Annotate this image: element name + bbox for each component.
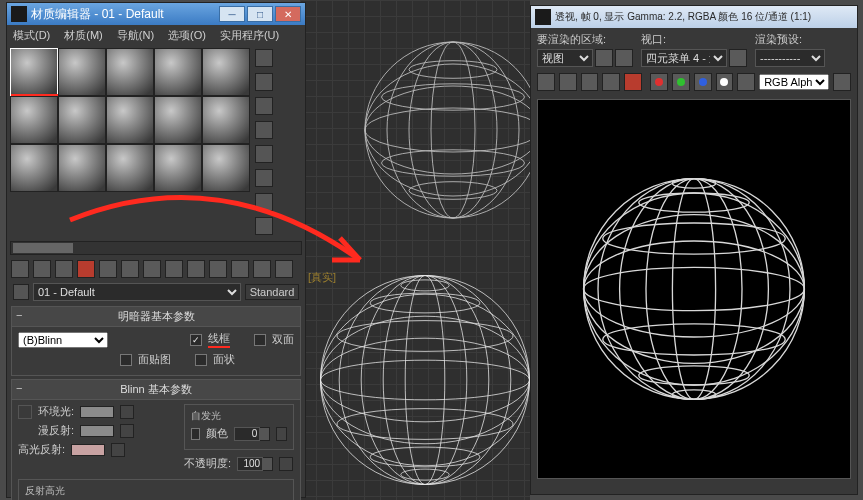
maximize-button[interactable]: □ — [247, 6, 273, 22]
auto-region-icon[interactable] — [615, 49, 633, 67]
material-editor-window: 材质编辑器 - 01 - Default ─ □ ✕ 模式(D) 材质(M) 导… — [6, 2, 306, 498]
menu-nav[interactable]: 导航(N) — [117, 28, 154, 43]
mono-icon[interactable] — [737, 73, 755, 91]
mat-id-icon[interactable] — [165, 260, 183, 278]
preset-label: 渲染预设: — [755, 32, 825, 47]
sample-type-icon[interactable] — [255, 49, 273, 67]
clone-fb-icon[interactable] — [581, 73, 599, 91]
area-select[interactable]: 视图 — [537, 49, 593, 67]
svg-point-38 — [639, 366, 749, 385]
assign-to-sel-icon[interactable] — [55, 260, 73, 278]
lock-ambient-icon[interactable] — [18, 405, 32, 419]
channel-green-icon[interactable] — [672, 73, 690, 91]
app-icon — [535, 9, 551, 25]
diffuse-map-button[interactable] — [120, 424, 134, 438]
material-slot[interactable] — [202, 144, 250, 192]
channel-blue-icon[interactable] — [694, 73, 712, 91]
minimize-button[interactable]: ─ — [219, 6, 245, 22]
material-slot[interactable] — [58, 48, 106, 96]
material-slot[interactable] — [10, 96, 58, 144]
specular-label: 高光反射: — [18, 442, 65, 457]
render-frame-window: 透视, 帧 0, 显示 Gamma: 2.2, RGBA 颜色 16 位/通道 … — [530, 5, 858, 495]
clear-icon[interactable] — [624, 73, 642, 91]
mat-editor-titlebar[interactable]: 材质编辑器 - 01 - Default ─ □ ✕ — [7, 3, 305, 25]
rendered-wire-sphere — [574, 169, 814, 409]
opacity-input[interactable] — [237, 457, 263, 471]
rollup-header[interactable]: −明暗器基本参数 — [12, 307, 300, 327]
video-check-icon[interactable] — [255, 145, 273, 163]
faceted-checkbox[interactable] — [195, 354, 207, 366]
scrollbar-thumb[interactable] — [13, 243, 73, 253]
wire-checkbox[interactable] — [190, 334, 202, 346]
material-slot[interactable] — [154, 144, 202, 192]
make-unique-icon[interactable] — [121, 260, 139, 278]
show-end-icon[interactable] — [209, 260, 227, 278]
material-slot[interactable] — [58, 144, 106, 192]
material-slot[interactable] — [58, 96, 106, 144]
viewport-select[interactable]: 四元菜单 4 - 透 — [641, 49, 727, 67]
spinner-arrows[interactable] — [263, 457, 273, 471]
mat-side-toolbar — [253, 45, 275, 239]
channel-red-icon[interactable] — [650, 73, 668, 91]
material-name-select[interactable]: 01 - Default — [33, 283, 241, 301]
diffuse-swatch[interactable] — [80, 425, 114, 437]
options-icon[interactable] — [255, 193, 273, 211]
menu-mode[interactable]: 模式(D) — [13, 28, 50, 43]
render-output[interactable] — [537, 99, 851, 479]
facemap-checkbox[interactable] — [120, 354, 132, 366]
ambient-swatch[interactable] — [80, 406, 114, 418]
spinner-arrows[interactable] — [260, 427, 270, 441]
slot-scrollbar[interactable] — [10, 241, 302, 255]
render-titlebar[interactable]: 透视, 帧 0, 显示 Gamma: 2.2, RGBA 颜色 16 位/通道 … — [531, 6, 857, 28]
copy-image-icon[interactable] — [559, 73, 577, 91]
channel-dropdown-icon[interactable] — [833, 73, 851, 91]
select-by-mat-icon[interactable] — [255, 217, 273, 235]
save-image-icon[interactable] — [537, 73, 555, 91]
rollup-header[interactable]: −Blinn 基本参数 — [12, 380, 300, 400]
wire-sphere-bottom — [315, 270, 535, 490]
selfillum-color-checkbox[interactable] — [191, 428, 200, 440]
pick-from-obj-icon[interactable] — [275, 260, 293, 278]
sample-uv-icon[interactable] — [255, 121, 273, 139]
go-parent-icon[interactable] — [231, 260, 249, 278]
selfillum-value-input[interactable] — [234, 427, 260, 441]
material-slot[interactable] — [106, 96, 154, 144]
background-icon[interactable] — [255, 97, 273, 115]
eyedropper-icon[interactable] — [13, 284, 29, 300]
material-slot[interactable] — [106, 144, 154, 192]
menu-option[interactable]: 选项(O) — [168, 28, 206, 43]
menu-util[interactable]: 实用程序(U) — [220, 28, 279, 43]
put-to-scene-icon[interactable] — [33, 260, 51, 278]
material-slot[interactable] — [202, 96, 250, 144]
close-button[interactable]: ✕ — [275, 6, 301, 22]
material-slot[interactable] — [10, 48, 58, 96]
material-slot[interactable] — [10, 144, 58, 192]
specular-swatch[interactable] — [71, 444, 105, 456]
get-material-icon[interactable] — [11, 260, 29, 278]
material-slot[interactable] — [154, 96, 202, 144]
material-slot[interactable] — [154, 48, 202, 96]
menu-material[interactable]: 材质(M) — [64, 28, 103, 43]
go-forward-icon[interactable] — [253, 260, 271, 278]
channel-select[interactable]: RGB Alpha — [759, 74, 829, 90]
preview-icon[interactable] — [255, 169, 273, 187]
two-sided-checkbox[interactable] — [254, 334, 266, 346]
lock-viewport-icon[interactable] — [729, 49, 747, 67]
show-map-icon[interactable] — [187, 260, 205, 278]
reset-map-icon[interactable] — [77, 260, 95, 278]
selfillum-map-button[interactable] — [276, 427, 287, 441]
material-slot[interactable] — [202, 48, 250, 96]
print-icon[interactable] — [602, 73, 620, 91]
backlight-icon[interactable] — [255, 73, 273, 91]
opacity-map-button[interactable] — [279, 457, 293, 471]
make-copy-icon[interactable] — [99, 260, 117, 278]
channel-alpha-icon[interactable] — [716, 73, 734, 91]
specular-map-button[interactable] — [111, 443, 125, 457]
ambient-map-button[interactable] — [120, 405, 134, 419]
preset-select[interactable]: ----------- — [755, 49, 825, 67]
shader-type-select[interactable]: (B)Blinn — [18, 332, 108, 348]
put-to-lib-icon[interactable] — [143, 260, 161, 278]
material-slot[interactable] — [106, 48, 154, 96]
material-type-button[interactable]: Standard — [245, 284, 299, 300]
region-icon[interactable] — [595, 49, 613, 67]
